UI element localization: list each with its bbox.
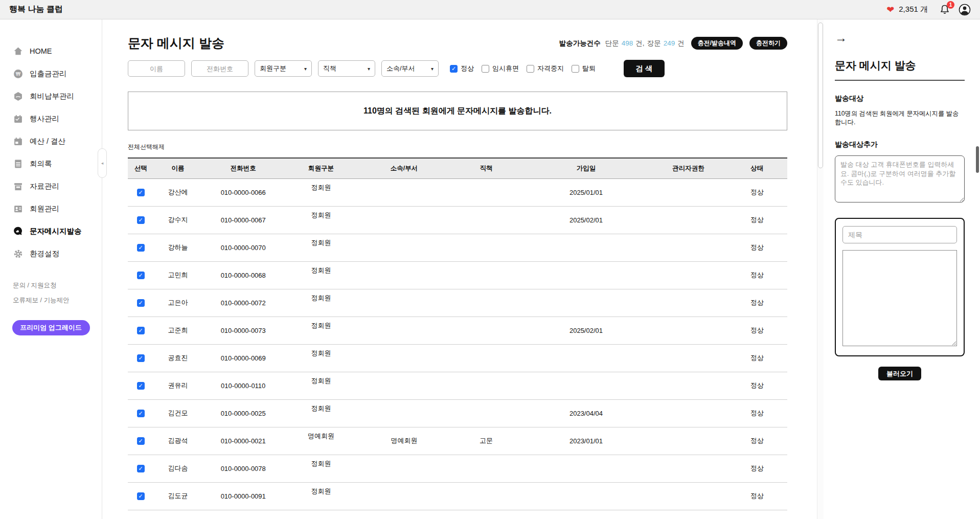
cell-phone: 010-0000-0073 <box>202 317 284 344</box>
cell-select[interactable]: ✓ <box>128 482 153 510</box>
row-checkbox[interactable]: ✓ <box>137 465 145 472</box>
cell-role <box>450 289 522 317</box>
cell-admin-rights <box>650 344 727 372</box>
quota-long-unit: 건 <box>677 39 685 48</box>
panel-collapse-arrow-icon[interactable]: → <box>835 32 965 44</box>
sidebar-item-data[interactable]: 자료관리 <box>0 175 102 197</box>
cell-member-type: 정회원 <box>284 178 358 206</box>
checkbox-label: 임시휴면 <box>492 64 519 73</box>
row-checkbox[interactable]: ✓ <box>137 492 145 500</box>
table-row: ✓김광석010-0000-0021명예회원명예회원고문2023/01/01정상 <box>128 427 787 455</box>
sidebar-item-budget[interactable]: 예산 / 결산 <box>0 130 102 152</box>
member-type-select[interactable]: 회원구분 ▾ <box>255 60 312 77</box>
cell-phone: 010-0000-0068 <box>202 261 284 289</box>
cell-phone: 010-0000-0069 <box>202 344 284 372</box>
cell-admin-rights <box>650 455 727 482</box>
row-checkbox[interactable]: ✓ <box>137 327 145 334</box>
cell-member-type: 정회원 <box>284 317 358 344</box>
checkbox-withdrawn[interactable]: 탈퇴 <box>572 64 596 73</box>
cell-name: 강산에 <box>153 178 202 206</box>
cell-select[interactable]: ✓ <box>128 427 153 455</box>
phone-filter-input[interactable] <box>191 60 248 77</box>
cell-name: 고준희 <box>153 317 202 344</box>
cell-role <box>450 317 522 344</box>
row-checkbox[interactable]: ✓ <box>137 354 145 362</box>
profile-avatar[interactable] <box>959 4 971 16</box>
sidebar-item-dues[interactable]: 회비납부관리 <box>0 85 102 107</box>
cell-admin-rights <box>650 427 727 455</box>
row-checkbox[interactable]: ✓ <box>137 410 145 417</box>
add-target-textarea[interactable] <box>835 155 965 202</box>
load-button[interactable]: 불러오기 <box>878 367 921 380</box>
recharge-history-button[interactable]: 충전/발송내역 <box>691 37 743 50</box>
settings-icon <box>13 249 23 259</box>
role-select[interactable]: 직책 ▾ <box>318 60 375 77</box>
deselect-all-link[interactable]: 전체선택해제 <box>128 143 165 151</box>
event-icon <box>13 114 23 124</box>
sidebar-item-home[interactable]: HOME <box>0 40 102 62</box>
table-row: ✓고은아010-0000-0072정회원정상 <box>128 289 787 317</box>
cell-role: 고문 <box>450 427 522 455</box>
cell-join-date <box>522 344 650 372</box>
row-checkbox[interactable]: ✓ <box>137 299 145 307</box>
dues-payment-icon <box>13 91 23 101</box>
top-header: 행복 나눔 클럽 ❤ 2,351 개 1 <box>0 0 980 19</box>
row-checkbox[interactable]: ✓ <box>137 437 145 445</box>
cell-select[interactable]: ✓ <box>128 206 153 234</box>
add-target-section-label: 발송대상추가 <box>835 140 965 149</box>
sidebar-item-settings[interactable]: 환경설정 <box>0 242 102 265</box>
message-body-textarea[interactable] <box>842 250 957 346</box>
table-row: ✓권유리010-0000-0110정회원정상 <box>128 372 787 399</box>
row-checkbox[interactable]: ✓ <box>137 216 145 224</box>
sidebar-item-sms[interactable]: 문자메시지발송 <box>0 220 102 242</box>
main-scrollbar-thumb[interactable] <box>818 22 823 168</box>
notifications-button[interactable]: 1 <box>939 4 950 15</box>
cell-phone: 010-0000-0110 <box>202 372 284 399</box>
cell-admin-rights <box>650 261 727 289</box>
row-checkbox[interactable]: ✓ <box>137 244 145 252</box>
cell-select[interactable]: ✓ <box>128 344 153 372</box>
cell-select[interactable]: ✓ <box>128 317 153 344</box>
cell-select[interactable]: ✓ <box>128 372 153 399</box>
row-checkbox[interactable]: ✓ <box>137 272 145 279</box>
row-checkbox[interactable]: ✓ <box>137 189 145 196</box>
cell-name: 고민희 <box>153 261 202 289</box>
sidebar-item-minutes[interactable]: 회의록 <box>0 152 102 175</box>
checkbox-dormant[interactable]: 임시휴면 <box>482 64 519 73</box>
sms-icon <box>13 226 23 236</box>
cell-department <box>358 317 450 344</box>
minutes-icon <box>13 159 23 169</box>
department-select[interactable]: 소속/부서 ▾ <box>381 60 439 77</box>
cell-select[interactable]: ✓ <box>128 178 153 206</box>
checkbox-suspended[interactable]: 자격중지 <box>527 64 564 73</box>
recharge-button[interactable]: 충전하기 <box>749 37 787 50</box>
cell-select[interactable]: ✓ <box>128 289 153 317</box>
cell-status: 정상 <box>726 455 787 482</box>
sidebar-item-events[interactable]: 행사관리 <box>0 107 102 130</box>
sidebar-item-members[interactable]: 회원관리 <box>0 197 102 220</box>
name-filter-input[interactable] <box>128 60 185 77</box>
cell-select[interactable]: ✓ <box>128 261 153 289</box>
cell-phone: 010-0000-0067 <box>202 206 284 234</box>
cell-phone: 010-0000-0021 <box>202 427 284 455</box>
sidebar-item-deposit[interactable]: ₩ 입출금관리 <box>0 62 102 85</box>
member-table-body: ✓강산에010-0000-0066정회원2025/01/01정상✓강수지010-… <box>128 178 787 510</box>
support-link-inquiry[interactable]: 문의 / 지원요청 <box>13 278 102 293</box>
sms-panel: → 문자 메시지 발송 발송대상 110명의 검색된 회원에게 문자메시지를 발… <box>824 19 975 519</box>
table-row: ✓김다솜010-0000-0078정회원정상 <box>128 455 787 482</box>
row-checkbox[interactable]: ✓ <box>137 382 145 390</box>
support-link-bug-report[interactable]: 오류제보 / 기능제안 <box>13 293 102 308</box>
search-button[interactable]: 검 색 <box>624 60 665 77</box>
cell-phone: 010-0000-0066 <box>202 178 284 206</box>
cell-select[interactable]: ✓ <box>128 399 153 427</box>
premium-upgrade-button[interactable]: 프리미엄 업그레이드 <box>12 320 90 335</box>
cell-member-type: 정회원 <box>284 234 358 261</box>
cell-select[interactable]: ✓ <box>128 455 153 482</box>
cell-member-type: 정회원 <box>284 344 358 372</box>
col-member-type: 회원구분 <box>284 158 358 178</box>
subject-input[interactable] <box>842 226 957 243</box>
checkbox-normal[interactable]: ✓ 정상 <box>450 64 474 73</box>
panel-scrollbar-thumb[interactable] <box>976 146 979 173</box>
panel-title: 문자 메시지 발송 <box>835 58 965 81</box>
cell-select[interactable]: ✓ <box>128 234 153 261</box>
